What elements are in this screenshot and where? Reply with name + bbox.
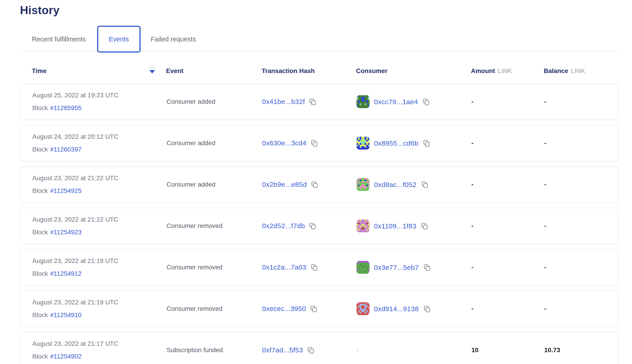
transaction-hash-cell: 0x630e...3cd4 bbox=[262, 139, 318, 147]
amount-cell: - bbox=[472, 305, 474, 312]
column-header-balance: BalanceLINK bbox=[544, 67, 585, 74]
tab-bar: Recent fulfillments Events Failed reques… bbox=[20, 26, 618, 53]
sort-indicator[interactable] bbox=[149, 66, 155, 74]
balance-value: - bbox=[544, 98, 546, 105]
consumer-address-link[interactable]: 0xd914...9138 bbox=[374, 305, 419, 312]
amount-value: 10 bbox=[472, 346, 478, 354]
column-header-time[interactable]: Time bbox=[32, 67, 47, 74]
balance-cell: - bbox=[544, 305, 546, 312]
consumer-identicon bbox=[356, 261, 370, 274]
block-label: Block bbox=[32, 353, 48, 360]
block-label: Block bbox=[32, 229, 48, 236]
copy-icon[interactable] bbox=[310, 264, 318, 271]
block-label: Block bbox=[32, 104, 48, 112]
event-cell: Consumer removed bbox=[166, 305, 222, 312]
copy-icon[interactable] bbox=[309, 222, 316, 230]
consumer-address-link[interactable]: 0xd8ac...f052 bbox=[374, 181, 416, 188]
tab-failed-requests[interactable]: Failed requests bbox=[151, 36, 196, 43]
page-title: History bbox=[20, 4, 618, 17]
block-line: Block#11254925 bbox=[32, 187, 118, 194]
consumer-address-link: - bbox=[356, 346, 359, 354]
amount-value: - bbox=[472, 264, 474, 271]
transaction-hash-link[interactable]: 0xecec...3950 bbox=[262, 305, 306, 312]
timestamp: August 25, 2022 at 19:23 UTC bbox=[32, 92, 118, 99]
time-cell: August 24, 2022 at 20:12 UTC Block#11260… bbox=[32, 133, 118, 153]
copy-icon[interactable] bbox=[310, 140, 318, 147]
event-cell: Consumer removed bbox=[166, 264, 222, 271]
copy-icon[interactable] bbox=[421, 181, 428, 188]
consumer-cell: 0xd914...9138 bbox=[356, 302, 431, 315]
event-cell: Consumer added bbox=[166, 181, 216, 188]
timestamp: August 23, 2022 at 21:22 UTC bbox=[32, 174, 118, 182]
tab-recent-fulfillments[interactable]: Recent fulfillments bbox=[32, 36, 86, 43]
table-row: August 23, 2022 at 21:19 UTC Block#11254… bbox=[20, 290, 618, 327]
transaction-hash-cell: 0x2d52...f7db bbox=[262, 222, 316, 230]
transaction-hash-link[interactable]: 0x1c2a...7a03 bbox=[262, 264, 306, 271]
balance-cell: - bbox=[544, 98, 546, 105]
amount-value: - bbox=[472, 305, 474, 312]
consumer-cell: 0xd8ac...f052 bbox=[356, 178, 428, 191]
consumer-address-link[interactable]: 0xcc79...1ae4 bbox=[374, 98, 418, 106]
copy-icon[interactable] bbox=[423, 140, 430, 147]
transaction-hash-link[interactable]: 0x630e...3cd4 bbox=[262, 139, 306, 147]
copy-icon[interactable] bbox=[309, 98, 316, 105]
copy-icon[interactable] bbox=[424, 305, 431, 312]
event-cell: Subscription funded bbox=[166, 346, 223, 354]
consumer-cell: 0x1109...1f83 bbox=[356, 220, 428, 232]
timestamp: August 23, 2022 at 21:17 UTC bbox=[32, 340, 118, 348]
table-row: August 23, 2022 at 21:19 UTC Block#11254… bbox=[20, 249, 618, 286]
block-number-link[interactable]: #11254910 bbox=[50, 312, 82, 318]
block-number-link[interactable]: #11254923 bbox=[50, 229, 82, 236]
time-cell: August 23, 2022 at 21:22 UTC Block#11254… bbox=[32, 216, 118, 236]
amount-unit-label: LINK bbox=[498, 67, 512, 74]
amount-cell: - bbox=[472, 222, 474, 230]
event-type: Consumer removed bbox=[166, 222, 222, 229]
block-number-link[interactable]: #11260397 bbox=[50, 146, 82, 153]
table-row: August 25, 2022 at 19:23 UTC Block#11265… bbox=[20, 84, 618, 120]
copy-icon[interactable] bbox=[422, 98, 430, 105]
balance-cell: - bbox=[544, 181, 546, 188]
transaction-hash-cell: 0x2b9e...e85d bbox=[262, 181, 318, 188]
event-cell: Consumer removed bbox=[166, 222, 222, 230]
event-type: Subscription funded bbox=[166, 346, 223, 354]
time-cell: August 23, 2022 at 21:19 UTC Block#11254… bbox=[32, 299, 118, 319]
balance-value: - bbox=[544, 181, 546, 188]
amount-value: - bbox=[472, 140, 474, 146]
block-number-link[interactable]: #11254925 bbox=[50, 187, 82, 194]
transaction-hash-link[interactable]: 0x2d52...f7db bbox=[262, 222, 305, 230]
event-type: Consumer removed bbox=[166, 305, 222, 312]
block-number-link[interactable]: #11254912 bbox=[50, 270, 82, 277]
tab-events[interactable]: Events bbox=[97, 26, 140, 52]
amount-cell: - bbox=[472, 181, 474, 188]
block-line: Block#11265955 bbox=[32, 104, 118, 112]
balance-value: - bbox=[544, 222, 546, 229]
amount-value: - bbox=[472, 222, 474, 229]
consumer-address-link[interactable]: 0x8955...cd6b bbox=[374, 139, 418, 147]
balance-unit-label: LINK bbox=[571, 67, 585, 74]
column-header-amount: AmountLINK bbox=[471, 67, 512, 74]
transaction-hash-cell: 0xf7ad...5f53 bbox=[262, 346, 314, 354]
table-row: August 23, 2022 at 21:22 UTC Block#11254… bbox=[20, 208, 618, 244]
copy-icon[interactable] bbox=[311, 181, 318, 188]
transaction-hash-link[interactable]: 0xf7ad...5f53 bbox=[262, 346, 303, 354]
transaction-hash-link[interactable]: 0x41be...b32f bbox=[262, 98, 305, 106]
timestamp: August 24, 2022 at 20:12 UTC bbox=[32, 133, 118, 140]
balance-value: 10.73 bbox=[544, 346, 560, 354]
block-line: Block#11254910 bbox=[32, 312, 118, 319]
time-cell: August 25, 2022 at 19:23 UTC Block#11265… bbox=[32, 92, 118, 112]
copy-icon[interactable] bbox=[310, 305, 317, 312]
consumer-address-link[interactable]: 0x1109...1f83 bbox=[374, 222, 416, 230]
amount-cell: - bbox=[472, 140, 474, 147]
transaction-hash-cell: 0x41be...b32f bbox=[262, 98, 316, 106]
block-label: Block bbox=[32, 146, 48, 153]
block-number-link[interactable]: #11265955 bbox=[50, 104, 82, 112]
consumer-identicon bbox=[356, 220, 370, 232]
amount-cell: - bbox=[472, 264, 474, 271]
copy-icon[interactable] bbox=[424, 264, 431, 271]
block-number-link[interactable]: #11254902 bbox=[50, 353, 82, 360]
transaction-hash-link[interactable]: 0x2b9e...e85d bbox=[262, 181, 307, 188]
copy-icon[interactable] bbox=[421, 222, 428, 230]
copy-icon[interactable] bbox=[307, 346, 314, 354]
consumer-address-link[interactable]: 0x3e77...5eb7 bbox=[374, 264, 419, 271]
timestamp: August 23, 2022 at 21:19 UTC bbox=[32, 299, 118, 306]
